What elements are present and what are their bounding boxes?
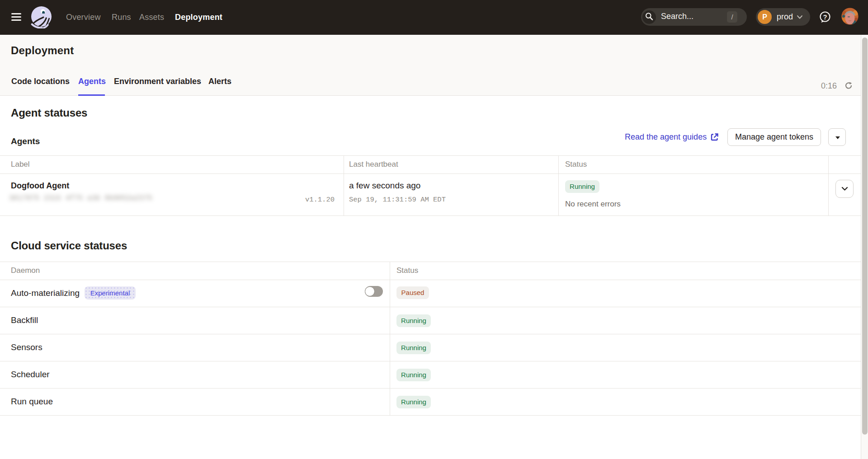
svg-text:?: ? [823,13,827,21]
